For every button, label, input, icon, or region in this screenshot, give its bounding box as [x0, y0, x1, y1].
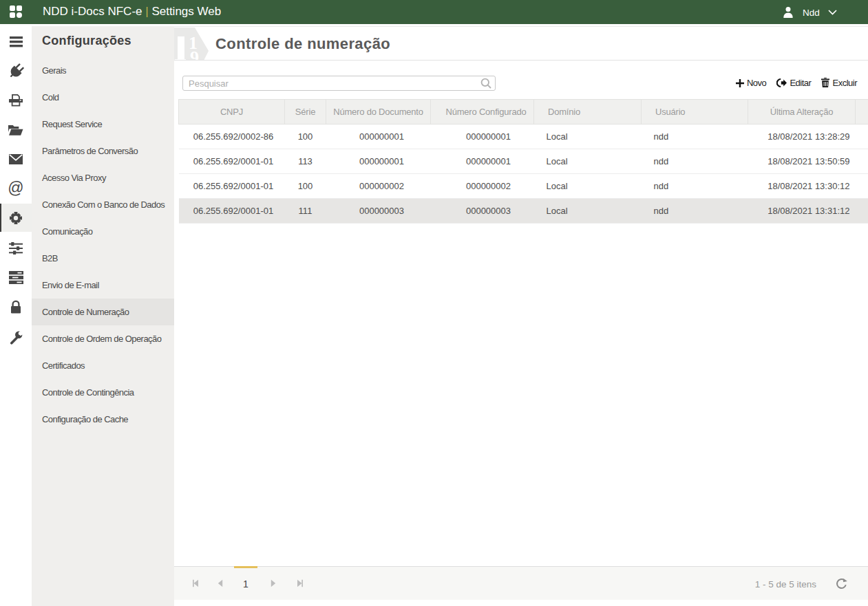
svg-text:9: 9 — [190, 47, 199, 61]
